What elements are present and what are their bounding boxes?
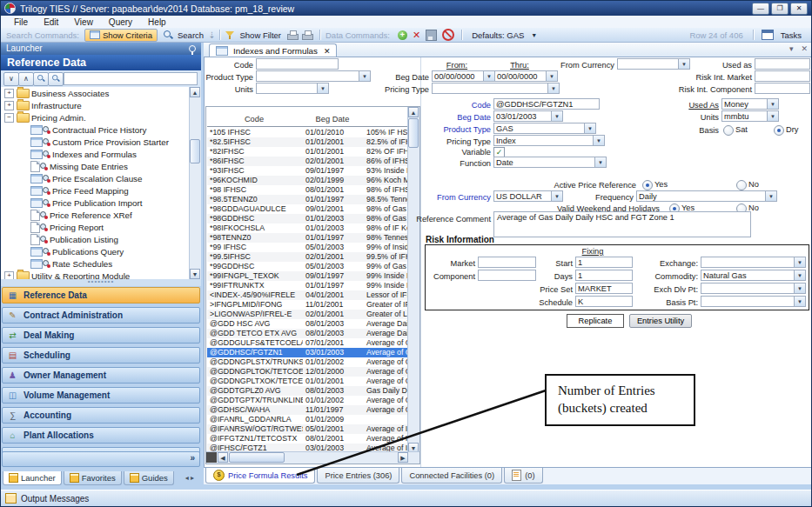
grid-row[interactable]: @GDDHSC/FGTZN103/01/2003Average of Ga [207, 348, 409, 357]
commodity-select[interactable]: Natural Gas▼ [701, 270, 806, 281]
dropdown-arrow-icon[interactable]: ▼ [678, 59, 689, 69]
grid-row[interactable]: *98GDDAGUADULCE09/01/200198% of Gas Da [207, 204, 409, 214]
grid-row[interactable]: @IFFGTZN1/TETCOSTX08/01/2001Average of I… [207, 434, 409, 444]
grid-row[interactable]: @GDDNGPLSTX/TRUNKSTX01/01/2002Average of… [207, 357, 409, 367]
tab-group-close-icon[interactable]: ✕ [801, 44, 808, 53]
sidebar-splitter[interactable]: •••••••• [1, 279, 201, 286]
detail-product-type-select[interactable]: GAS▼ [493, 123, 596, 134]
grid-row[interactable]: *82IFHSC01/01/200182% OF IFHSC [207, 147, 409, 157]
tree-item-pricing-report[interactable]: Pricing Report [1, 221, 201, 233]
scroll-left-icon[interactable]: ◀ [218, 452, 228, 463]
dropdown-arrow-icon[interactable]: ▼ [317, 83, 328, 93]
close-button[interactable]: ✕ [790, 3, 808, 15]
grid-row[interactable]: *98 IFHSC08/01/200198% of IFHSC [207, 185, 409, 195]
sidebar-tab-launcher[interactable]: Launcher [3, 471, 62, 485]
grid-row[interactable]: *98GDDHSC01/01/200398% of Gas Da [207, 214, 409, 223]
chevron-more-icon[interactable]: » [190, 453, 195, 463]
sidebar-tab-favorites[interactable]: Favorites [64, 471, 122, 485]
grid-row[interactable]: @GDDTGPTX/TRUNKLINE01/01/2002Average of … [207, 396, 409, 405]
bottom-tab-price-formula-results[interactable]: $Price Formula Results [205, 468, 315, 484]
grid-row[interactable]: @GDDTGPLZ0 AVG08/01/2003Gas Daily Daily [207, 386, 409, 396]
print-preview-icon[interactable] [302, 30, 313, 40]
dropdown-arrow-icon[interactable]: ▼ [594, 157, 606, 167]
dropdown-arrow-icon[interactable]: ▼ [551, 111, 562, 121]
dropdown-arrow-icon[interactable]: ▼ [794, 297, 805, 306]
scroll-right-icon[interactable]: ▶ [398, 452, 408, 463]
module-contract-administration[interactable]: ✎Contract Administration [2, 307, 200, 324]
bottom-tab-connected-facilities-0[interactable]: Connected Facilities (0) [401, 468, 502, 484]
basis-dry-radio[interactable] [774, 125, 784, 136]
column-header-code[interactable]: Code [206, 115, 302, 123]
add-record-icon[interactable]: + [398, 30, 407, 40]
criteria-risk-int-component-input[interactable] [755, 83, 810, 94]
tree-scrollbar[interactable]: ▲ ▼ [189, 87, 201, 279]
entries-utility-button[interactable]: Entries Utility [629, 314, 692, 328]
menu-query[interactable]: Query [101, 17, 140, 27]
criteria-risk-int-market-input[interactable] [755, 70, 810, 82]
grid-row[interactable]: *99.5IFHSC02/01/200199.5% of IFHSC [207, 252, 409, 262]
start-input[interactable]: 1 [575, 257, 633, 268]
frequency-select[interactable]: Daily▼ [636, 190, 777, 202]
grid-row[interactable]: @GDDNGPLTXOK/TETCETX01/01/2001Average of… [207, 377, 409, 386]
criteria-product-type-select[interactable]: ▼ [256, 70, 371, 82]
sidebar-tab-guides[interactable]: Guides [124, 471, 174, 485]
grid-row[interactable]: *93IFHSC09/01/199793% Inside FEF [207, 166, 409, 176]
grid-row[interactable]: *96KOCHMID02/01/199996% Koch Mids [207, 176, 409, 185]
tree-item-contractual-price-history[interactable]: Contractual Price History [1, 123, 201, 136]
dropdown-arrow-icon[interactable]: ▼ [765, 191, 776, 201]
detail-pricing-type-select[interactable]: Index▼ [493, 135, 605, 146]
active-price-no-radio[interactable] [736, 180, 747, 190]
tree-item-publications-query[interactable]: Publications Query [1, 245, 201, 257]
expand-toggle[interactable]: + [4, 89, 14, 98]
collapse-all-icon[interactable]: ∨ [3, 72, 19, 86]
dropdown-arrow-icon[interactable]: ▼ [794, 270, 805, 280]
dropdown-arrow-icon[interactable]: ▼ [546, 71, 557, 81]
reference-comment-textarea[interactable]: Average of Gas Daily Daily HSC and FGT Z… [493, 211, 751, 237]
delete-record-icon[interactable]: ✕ [413, 30, 420, 41]
sort-icon[interactable]: ⇣ [208, 30, 215, 40]
dropdown-arrow-icon[interactable]: ▼ [767, 99, 778, 109]
menu-view[interactable]: View [66, 17, 101, 27]
tree-item-missing-date-entries[interactable]: Missing Date Entries [1, 160, 201, 172]
module-deal-making[interactable]: ⇄Deal Making [2, 327, 200, 344]
grid-row[interactable]: *105 IFHSC01/01/2010105% IF HSC [207, 128, 409, 137]
grid-row[interactable]: @IFANRL_GDDANRLA01/01/2009 [207, 415, 409, 424]
tasks-button[interactable]: Tasks [781, 30, 802, 40]
find-next-icon[interactable] [48, 72, 64, 86]
module-plant-allocations[interactable]: ⌂Plant Allocations [2, 427, 200, 444]
tree-item-indexes-and-formulas[interactable]: Indexes and Formulas [1, 148, 201, 160]
show-filter-button[interactable]: Show Filter [239, 30, 281, 40]
dropdown-arrow-icon[interactable]: ▼ [767, 111, 778, 121]
bottom-tab-price-entries-306[interactable]: Price Entries (306) [317, 468, 399, 484]
schedule-input[interactable]: K [575, 296, 633, 307]
dropdown-arrow-icon[interactable]: ▼ [794, 284, 805, 293]
tree-item-business-associates[interactable]: +Business Associates [1, 87, 201, 99]
detail-code-input[interactable]: @GDDHSC/FGTZN1 [493, 98, 600, 110]
grid-row[interactable]: *98IFKOCHSLA01/01/200398% of IF Koch [207, 223, 409, 233]
tab-list-chevron-icon[interactable]: ▾ [789, 44, 794, 53]
tree-item-infrastructure[interactable]: +Infrastructure [1, 99, 201, 111]
find-icon[interactable] [33, 72, 49, 86]
minimize-button[interactable]: — [752, 3, 769, 15]
scrollbar-thumb[interactable] [229, 452, 285, 463]
module-owner-management[interactable]: ♟Owner Management [2, 367, 200, 384]
grid-row[interactable]: >IFNGPLMID/IFONG11/01/2001Greater of IFN [207, 300, 409, 310]
defaults-dropdown[interactable]: Defaults: GAS [472, 30, 524, 40]
tree-item-price-feed-mapping[interactable]: Price Feed Mapping [1, 184, 201, 197]
module-scheduling[interactable]: ▤Scheduling [2, 347, 200, 364]
criteria-code-input[interactable] [256, 58, 339, 70]
module-reference-data[interactable]: ▦Reference Data [2, 287, 200, 304]
chevron-down-icon[interactable]: ▼ [531, 32, 537, 38]
days-input[interactable]: 1 [575, 270, 633, 281]
basis-sat-radio[interactable] [723, 125, 734, 136]
criteria-units-select[interactable]: ▼ [256, 83, 329, 94]
scrollbar-thumb[interactable] [190, 139, 200, 163]
bottom-tab-0[interactable]: (0) [504, 468, 542, 484]
tree-item-rate-schedules[interactable]: Rate Schedules [1, 257, 201, 270]
configure-buttons-bar[interactable]: » [2, 451, 200, 467]
criteria-pricing-type-select[interactable]: ▼ [432, 83, 560, 94]
criteria-used-as-input[interactable] [755, 58, 810, 70]
detail-beg-date-select[interactable]: 03/01/2003▼ [493, 110, 563, 122]
tree-item-publication-listing[interactable]: Publication Listing [1, 233, 201, 245]
price-set-input[interactable]: MARKET [575, 283, 633, 294]
